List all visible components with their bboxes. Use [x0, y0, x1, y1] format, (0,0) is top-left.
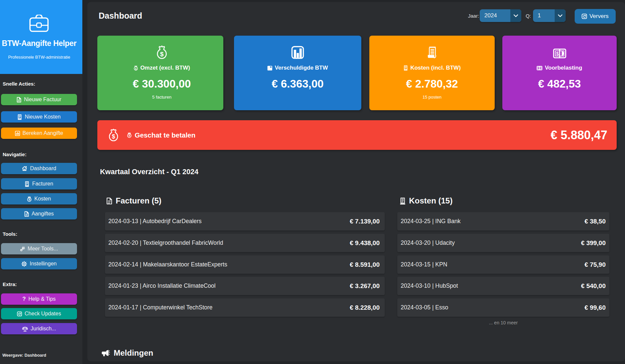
svg-text:$: $ [112, 133, 115, 140]
svg-text:$: $ [160, 50, 164, 57]
svg-text:$: $ [29, 198, 30, 201]
svg-text:$: $ [556, 51, 559, 56]
svg-text:$: $ [135, 67, 137, 70]
svg-text:$: $ [129, 134, 130, 137]
